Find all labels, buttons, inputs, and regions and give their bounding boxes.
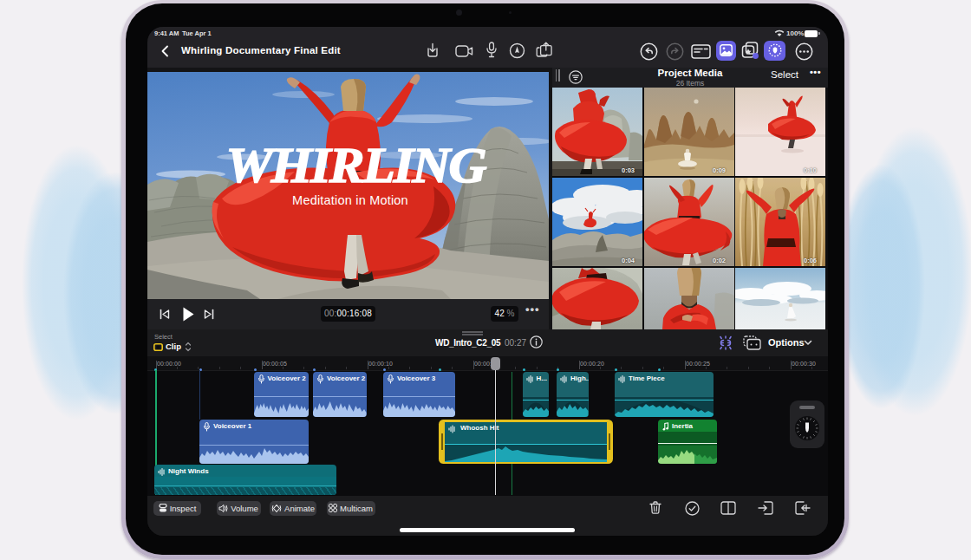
svg-text:WHIRLING: WHIRLING xyxy=(225,139,486,193)
svg-text:Meditation in Motion: Meditation in Motion xyxy=(292,193,408,207)
